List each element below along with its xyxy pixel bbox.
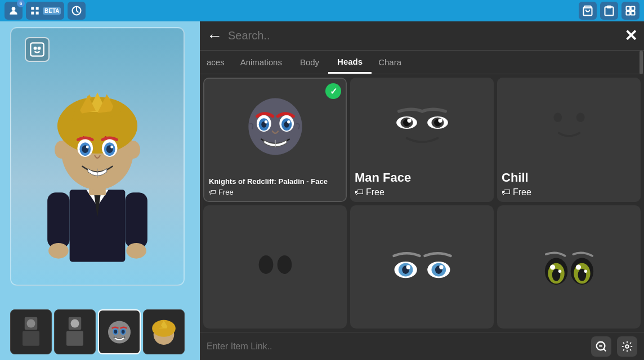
top-bar: 6 BETA [0, 0, 644, 21]
thumb-hair1[interactable] [143, 309, 185, 354]
item-img-4 [203, 205, 347, 328]
svg-point-88 [576, 112, 584, 122]
right-panel: ← ✕ aces Animations Body Heads Chara ✓ [200, 21, 644, 360]
svg-point-85 [407, 118, 411, 122]
thumbnail-strip [10, 309, 185, 354]
svg-point-90 [277, 255, 292, 273]
price-value-3: Free [513, 187, 531, 197]
clipboard-btn[interactable] [600, 2, 618, 20]
price-tag-icon-3: 🏷 [502, 187, 511, 197]
thumb-face1[interactable] [98, 309, 141, 354]
tab-heads[interactable]: Heads [328, 51, 372, 74]
svg-rect-11 [627, 11, 630, 15]
svg-rect-50 [125, 192, 147, 248]
back-button[interactable]: ← [207, 28, 222, 44]
history-icon-btn[interactable] [68, 2, 86, 20]
svg-point-107 [575, 264, 580, 269]
grid-item-4[interactable] [203, 205, 347, 328]
svg-point-108 [584, 269, 587, 273]
svg-point-89 [258, 255, 273, 273]
zoom-button[interactable] [591, 336, 611, 357]
search-input[interactable] [228, 29, 619, 42]
svg-point-87 [553, 112, 562, 122]
item-name-2: Man Face [355, 170, 489, 185]
thumb-outfit2[interactable] [54, 309, 96, 354]
main-content: ← ✕ aces Animations Body Heads Chara ✓ [0, 21, 644, 360]
svg-point-76 [264, 120, 267, 124]
character-badge: 6 [17, 0, 25, 7]
item-link-input[interactable] [207, 341, 585, 352]
svg-point-14 [34, 47, 37, 50]
svg-rect-12 [631, 11, 635, 15]
character-icon-btn[interactable]: 6 [5, 2, 23, 20]
search-bar: ← ✕ [200, 21, 644, 51]
item-label-2: Man Face 🏷 Free [350, 167, 494, 202]
svg-point-105 [550, 264, 555, 269]
beta-icon-btn[interactable]: BETA [26, 2, 64, 20]
tab-chara-partial[interactable]: Chara [372, 51, 408, 74]
svg-rect-58 [66, 331, 83, 346]
svg-point-0 [12, 7, 16, 11]
item-img-1 [204, 79, 346, 174]
tab-faces-partial[interactable]: aces [200, 51, 231, 74]
svg-point-98 [439, 265, 443, 269]
svg-rect-10 [631, 7, 635, 11]
items-grid: ✓ [200, 74, 644, 332]
item-img-5 [350, 205, 494, 328]
svg-point-86 [438, 118, 442, 122]
svg-point-57 [71, 320, 79, 328]
svg-line-110 [603, 349, 606, 351]
avatar-frame [10, 27, 185, 286]
settings-button[interactable] [617, 336, 637, 357]
beta-label: BETA [43, 7, 61, 15]
svg-rect-55 [23, 331, 39, 346]
item-label-3: Chill 🏷 Free [497, 167, 641, 202]
avatar-svg [11, 28, 184, 285]
nav-tabs: aces Animations Body Heads Chara [200, 51, 644, 74]
price-value-1: Free [218, 188, 234, 196]
grid-item-5[interactable] [350, 205, 494, 328]
cart-btn[interactable] [579, 2, 597, 20]
svg-point-54 [27, 320, 35, 328]
svg-rect-9 [627, 7, 630, 11]
grid-item-3[interactable]: Chill 🏷 Free [497, 78, 641, 202]
menu-btn[interactable] [621, 2, 639, 20]
svg-rect-1 [31, 7, 34, 10]
item-img-3 [497, 78, 641, 167]
svg-point-51 [48, 243, 69, 259]
svg-rect-13 [30, 43, 43, 56]
item-label-1: Knights of Redcliff: Paladin - Face 🏷 Fr… [204, 174, 346, 201]
price-value-2: Free [366, 187, 384, 197]
selected-checkmark: ✓ [325, 83, 341, 99]
svg-rect-4 [36, 12, 39, 15]
svg-point-47 [55, 141, 68, 159]
bottom-bar [200, 332, 644, 360]
item-price-1: 🏷 Free [209, 188, 341, 196]
item-name-3: Chill [502, 170, 636, 185]
svg-point-97 [406, 265, 410, 269]
item-price-2: 🏷 Free [355, 187, 489, 197]
svg-point-106 [558, 269, 561, 273]
svg-point-44 [86, 146, 89, 148]
price-tag-icon-1: 🏷 [209, 188, 216, 196]
left-panel [0, 21, 200, 360]
face-icon-overlay [25, 37, 50, 62]
svg-point-45 [110, 146, 113, 148]
item-img-6 [497, 205, 641, 328]
svg-rect-2 [36, 7, 39, 10]
thumb-outfit1[interactable] [10, 309, 52, 354]
svg-point-52 [126, 243, 146, 259]
svg-point-15 [38, 47, 41, 50]
item-img-2 [350, 78, 494, 167]
tab-animations[interactable]: Animations [231, 51, 291, 74]
grid-item-6[interactable] [497, 205, 641, 328]
grid-item-2[interactable]: Man Face 🏷 Free [350, 78, 494, 202]
top-bar-right [579, 2, 639, 20]
svg-point-63 [122, 330, 125, 334]
grid-item-1[interactable]: ✓ [203, 78, 347, 202]
svg-point-112 [625, 345, 629, 348]
close-button[interactable]: ✕ [624, 26, 637, 45]
svg-point-62 [114, 330, 117, 334]
tab-body[interactable]: Body [291, 51, 328, 74]
svg-rect-3 [31, 12, 34, 15]
